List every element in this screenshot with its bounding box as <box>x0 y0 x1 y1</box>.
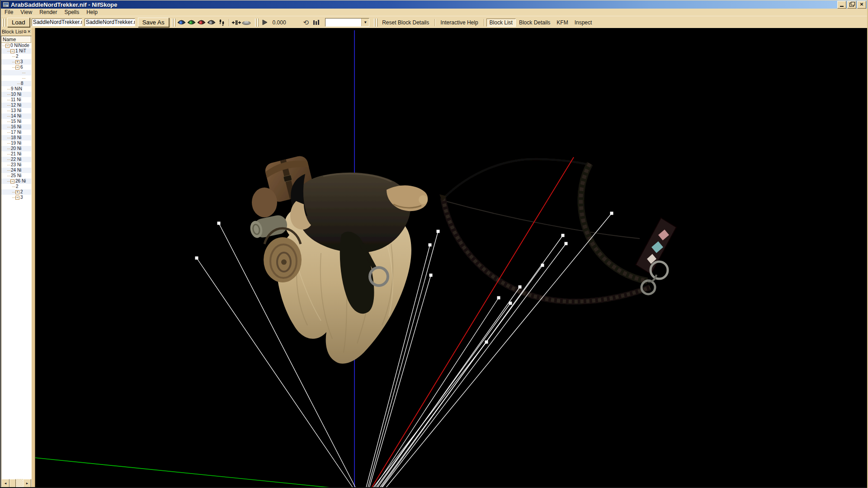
expand-icon[interactable]: + <box>15 60 19 64</box>
tree-row[interactable]: −1 NiT <box>1 48 31 54</box>
tree-row[interactable] <box>1 75 31 81</box>
bone-end-marker[interactable] <box>541 264 544 267</box>
name-column-header[interactable]: Name <box>1 36 31 43</box>
footprints-icon[interactable] <box>217 19 226 27</box>
bone-end-marker[interactable] <box>561 234 565 237</box>
collapse-icon[interactable]: − <box>5 44 9 48</box>
bone-end-marker[interactable] <box>217 222 221 225</box>
scrollbar-thumb[interactable] <box>9 479 16 487</box>
toolbar-grip[interactable] <box>374 19 377 27</box>
tree-row[interactable]: 17 Ni <box>1 130 31 135</box>
eye-toggle-green-icon[interactable] <box>187 19 197 27</box>
tree-row[interactable]: 2 <box>1 184 31 189</box>
tree-row[interactable]: 16 Ni <box>1 124 31 130</box>
title-bar[interactable]: ArabSaddleNordTrekker.nif - NifSkope ✕ <box>1 0 867 9</box>
expand-icon[interactable]: + <box>15 190 19 194</box>
tree-row[interactable]: 23 Ni <box>1 162 31 168</box>
tree-row[interactable]: 12 Ni <box>1 103 31 108</box>
panel-splitter[interactable] <box>32 28 35 487</box>
tree-row[interactable]: 24 Ni <box>1 168 31 173</box>
collapse-icon[interactable]: − <box>10 179 14 183</box>
block-list-toggle-button[interactable]: Block List <box>486 19 516 27</box>
menu-spells[interactable]: Spells <box>61 9 83 16</box>
close-button[interactable]: ✕ <box>857 1 866 9</box>
bone-end-marker[interactable] <box>519 286 522 289</box>
horizontal-scrollbar[interactable]: ◄ ► <box>1 479 31 487</box>
tree-row-label: 14 Ni <box>10 113 21 119</box>
collapse-icon[interactable]: − <box>10 49 14 53</box>
close-panel-icon[interactable]: ✕ <box>27 29 31 34</box>
load-filename-field[interactable]: SaddleNordTrekker.nif <box>32 19 82 26</box>
tree-row[interactable]: 11 Ni <box>1 97 31 103</box>
loop-icon[interactable]: ⟲ <box>303 19 309 27</box>
collapse-icon[interactable]: − <box>15 196 19 200</box>
tree-row[interactable]: 9 NiN <box>1 86 31 92</box>
eye-toggle-gray-icon[interactable] <box>207 19 217 27</box>
toolbar-grip[interactable] <box>255 19 259 27</box>
tree-row[interactable]: −26 Ni <box>1 178 31 184</box>
tree-row[interactable]: 20 Ni <box>1 146 31 151</box>
bone-end-marker[interactable] <box>565 242 568 245</box>
tree-row[interactable]: 25 Ni <box>1 173 31 178</box>
bone-end-marker[interactable] <box>429 274 433 277</box>
tree-row[interactable]: 14 Ni <box>1 113 31 119</box>
frequency-bars-icon[interactable] <box>311 19 321 27</box>
chevron-down-icon[interactable]: ▼ <box>361 19 369 26</box>
inspect-toggle-button[interactable]: Inspect <box>571 19 595 27</box>
restore-button[interactable] <box>847 1 856 9</box>
tree-row[interactable]: −0 NiNode <box>1 43 31 48</box>
tree-row[interactable]: 15 Ni <box>1 119 31 124</box>
kfm-toggle-button[interactable]: KFM <box>553 19 571 27</box>
tree-row[interactable]: −6 <box>1 65 31 70</box>
block-list-tree[interactable]: −0 NiNode−1 NiT2+3−689 NiN10 Ni11 Ni12 N… <box>1 43 31 479</box>
bone-end-marker[interactable] <box>195 257 198 260</box>
bone-end-marker[interactable] <box>610 212 613 215</box>
tree-row[interactable]: 22 Ni <box>1 157 31 162</box>
tree-row[interactable]: 21 Ni <box>1 151 31 157</box>
float-panel-icon[interactable]: ⧉ <box>24 29 26 34</box>
play-icon[interactable] <box>260 19 270 27</box>
restore-icon <box>849 3 854 7</box>
render-viewport[interactable] <box>35 28 868 488</box>
bone-end-marker[interactable] <box>485 341 488 344</box>
tree-row[interactable]: 2 <box>1 54 31 59</box>
minimize-button[interactable] <box>837 1 846 9</box>
animation-combobox[interactable]: ▼ <box>325 18 369 27</box>
save-filename-field[interactable]: SaddleNordTrekker.nif <box>85 19 135 26</box>
bone-end-marker[interactable] <box>497 296 500 300</box>
block-details-toggle-button[interactable]: Block Details <box>516 19 553 27</box>
tree-row[interactable]: 13 Ni <box>1 108 31 113</box>
menu-render[interactable]: Render <box>36 9 61 16</box>
scroll-right-button[interactable]: ► <box>23 479 31 487</box>
interactive-help-button[interactable]: Interactive Help <box>437 19 481 27</box>
menu-help[interactable]: Help <box>83 9 101 16</box>
scrollbar-track[interactable] <box>16 479 23 487</box>
bone-line <box>373 298 499 488</box>
tree-row[interactable]: −3 <box>1 195 31 200</box>
toolbar-grip[interactable] <box>2 19 6 27</box>
tree-row[interactable]: +2 <box>1 189 31 195</box>
block-list-panel-titlebar[interactable]: Block List ⧉ ✕ <box>1 28 32 35</box>
save-as-button[interactable]: Save As <box>138 18 169 27</box>
load-button[interactable]: Load <box>7 18 30 27</box>
tree-row[interactable]: 10 Ni <box>1 92 31 97</box>
animation-time-value[interactable]: 0.000 <box>273 19 286 26</box>
tree-row[interactable]: 19 Ni <box>1 141 31 146</box>
tree-row[interactable]: +3 <box>1 59 31 65</box>
collapse-icon[interactable]: − <box>15 66 19 70</box>
tree-row[interactable] <box>1 70 31 75</box>
eye-toggle-red-icon[interactable] <box>197 19 207 27</box>
tree-row[interactable]: 18 Ni <box>1 135 31 141</box>
tree-row[interactable]: 8 <box>1 81 31 86</box>
eye-toggle-blue-icon[interactable] <box>177 19 187 27</box>
bone-end-marker[interactable] <box>509 302 512 305</box>
scroll-left-button[interactable]: ◄ <box>1 479 9 487</box>
bone-end-marker[interactable] <box>437 230 440 233</box>
move-axes-icon[interactable] <box>231 19 241 27</box>
disc-icon[interactable] <box>241 19 251 27</box>
menu-file[interactable]: File <box>1 9 17 16</box>
bone-end-marker[interactable] <box>429 244 432 247</box>
menu-view[interactable]: View <box>17 9 36 16</box>
toolbar-grip[interactable] <box>172 19 175 27</box>
reset-block-details-button[interactable]: Reset Block Details <box>379 19 432 27</box>
